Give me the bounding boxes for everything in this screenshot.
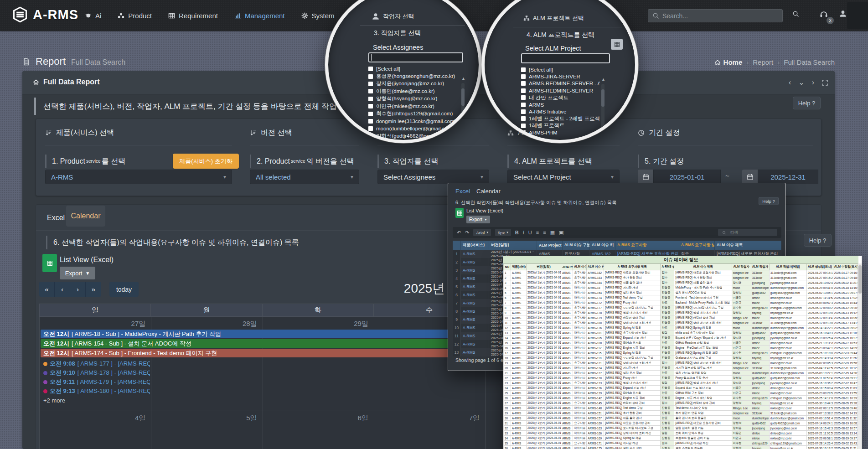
version-select[interactable]: All selected ▾ [250, 170, 359, 184]
checkbox-icon [368, 82, 373, 86]
sheet-row: 9A-RMS2025년 1분기 (2025-04-01 ~ 2025-04-30… [504, 310, 858, 315]
notification-badge: 3 [827, 17, 834, 24]
text-cursor [371, 54, 372, 61]
sheet-cell: A-RMS [511, 270, 527, 275]
sheet-cell: ARMS [561, 330, 573, 335]
search-submit-icon[interactable] [792, 10, 799, 17]
filter-section-label: 제품(서비스) 선택 [56, 128, 114, 138]
sheet-cell: 313cokr@gmail.com [769, 411, 806, 416]
calendar-event-item[interactable]: 오전 9:10[ ARMS-178 ] - [ARMS-REQ] 엑셀 내보 [41, 369, 150, 377]
checkbox-list-item: 이민규(mklee@mz.co.kr) [368, 103, 458, 110]
sheet-cell: 2025-08-12 14:19:37 [833, 411, 858, 416]
sheet-cell: A-RMS [511, 361, 527, 366]
calendar-icon[interactable] [742, 170, 758, 184]
sheet-cell: A-RMS [511, 426, 527, 431]
help-button[interactable]: Help ? [804, 234, 832, 247]
search-input[interactable] [662, 12, 778, 20]
more-events-link[interactable]: +2 more [43, 397, 65, 404]
sheet-cell: 요구사항 [573, 381, 587, 386]
nav-item-ai[interactable]: Ai [85, 12, 101, 20]
sheet-cell: 하위이슈 [573, 406, 587, 411]
next-year-button[interactable]: » [86, 282, 101, 297]
expand-icon[interactable] [822, 77, 828, 88]
sheet-cell: ARMS-172 [587, 300, 604, 305]
sheet-cell: 313cokr@gmail.com [769, 366, 806, 371]
next-button[interactable]: › [70, 282, 86, 297]
calendar-event-item[interactable]: 오전 9:13[ ARMS-180 ] - [ARMS-REQ] 상태 데 [41, 387, 150, 395]
table-header-cell: ALM 이슈 제목 [715, 241, 781, 250]
sheet-cell: hsyang@mz.co.kr [769, 310, 806, 315]
file-icon [22, 58, 30, 66]
sheet-cell: 2025년 1분기 (2025-04-01 ~ 2025-04-30) [527, 446, 561, 449]
sheet-cell: 313cokr [751, 275, 769, 280]
sheet-cell: [ARMS-REQ] Engine 지표 정리 [604, 396, 661, 401]
sheet-cell: ARMS [561, 280, 573, 285]
sheet-cell: [ARMS-REQ] Expand 기능 개선 [604, 386, 661, 391]
user-icon[interactable] [839, 10, 847, 18]
nav-item-product[interactable]: Product [118, 12, 152, 20]
assignee-select[interactable]: Select Assignees ▾ [377, 170, 489, 184]
sheet-cell: mklee [751, 300, 769, 305]
checkbox-list-item: 1레벨 프로젝트 - 2레벨 프로젝트 [521, 115, 599, 122]
sheet-cell: 양형석 [732, 290, 751, 295]
today-button[interactable]: today [109, 282, 139, 297]
calendar-event-item[interactable]: 오전 9:08[ ARMS-177 ] - [ARMS-REQ] 모니터링 [41, 360, 150, 368]
table-header-cell: 버전(일정) [489, 241, 537, 250]
sheet-cell: ARMS [561, 295, 573, 300]
product-reset-button[interactable]: 제품(서비스) 초기화 [173, 154, 239, 169]
sheet-cell: Expand 버튼 / Copy / Expand 기능 개선 [674, 335, 732, 341]
nav-item-management[interactable]: Management [234, 12, 285, 20]
sheet-cell: 장지윤 [732, 381, 751, 386]
chevron-down-icon[interactable]: ⌄ [798, 77, 804, 88]
breadcrumb-item[interactable]: Full Data Search [784, 58, 835, 66]
sheet-cell: dumbbelloper [751, 371, 769, 376]
date-from-input[interactable]: 2025-01-01 [653, 170, 721, 184]
table-cell: 3 [453, 266, 461, 274]
calendar-icon[interactable] [638, 170, 653, 184]
sheet-cell: 28 [504, 406, 511, 411]
sheet-cell: ARMS [561, 351, 573, 356]
redo-icon: ↷ [465, 230, 469, 236]
collapse-right-icon[interactable]: › [812, 77, 814, 88]
sheet-cell: ARMS-105 [587, 335, 604, 341]
sheet-cell: 이동민 [732, 431, 751, 436]
sheet-cell: 2025년 1분기 (2025-04-01 ~ 2025-04-30) [527, 290, 561, 295]
sheet-cell: 30 [504, 416, 511, 421]
merge-cells-icon: ▣ [559, 230, 563, 236]
alm-project-select[interactable]: Select ALM Project ▾ [507, 170, 620, 184]
tab-calendar[interactable]: Calendar [66, 206, 105, 227]
sheet-cell: 2025-05-21 13:11:28 [806, 341, 833, 346]
tab-excel[interactable]: Excel [46, 211, 66, 225]
nav-item-requirement[interactable]: Requirement [168, 12, 218, 20]
checkbox-list-item: [Select all] [521, 66, 599, 73]
product-select[interactable]: A-RMS ▾ [45, 170, 232, 184]
sheet-cell: ARMS [561, 421, 573, 426]
sheet-cell: 2025년 1분기 (2025-04-01 ~ 2025-04-30) [527, 401, 561, 406]
sheet-cell: 8 [504, 305, 511, 310]
nav-item-system[interactable]: System [301, 12, 335, 20]
export-button[interactable]: Export ▼ [60, 267, 95, 279]
help-button[interactable]: Help ? [793, 97, 821, 109]
prev-year-button[interactable]: « [39, 282, 55, 297]
sheet-header-cell: 제품(서비스) [511, 264, 527, 270]
breadcrumb-home[interactable]: Home [714, 58, 743, 66]
sheet-cell: 하위이슈 [573, 396, 587, 401]
sheet-cell: 2025-06-18 15:09:44 [806, 386, 833, 391]
sheet-cell: 2025년 1분기 (2025-04-01 ~ 2025-04-30) [527, 285, 561, 290]
collapse-left-icon[interactable]: ‹ [789, 77, 791, 88]
calendar-event-item[interactable]: 오전 9:11[ ARMS-179 ] - [ARMS-REQ] 캐릭터 [41, 378, 150, 386]
prev-button[interactable]: ‹ [55, 282, 70, 297]
breadcrumb-item[interactable]: Report [753, 58, 773, 66]
scrollbar [601, 84, 604, 128]
sheet-row: 2A-RMS2025년 1분기 (2025-04-01 ~ 2025-04-30… [504, 275, 858, 280]
sheet-cell: 313cokr@gmail.com [769, 275, 806, 280]
sheet-cell: 2025년 1분기 (2025-04-01 ~ 2025-04-30) [527, 366, 561, 371]
control-sidebar-toggle[interactable] [847, 2, 868, 29]
brand-logo[interactable]: A-RMS [12, 6, 78, 23]
headset-icon[interactable] [819, 10, 828, 19]
sheet-cell: 진행중 [661, 396, 674, 401]
sheet-cell: ARMS-148 [587, 406, 604, 411]
date-to-input[interactable]: 2025-12-31 [758, 170, 818, 184]
logo-icon [12, 6, 28, 23]
sheet-cell: A-RMS [511, 371, 527, 376]
